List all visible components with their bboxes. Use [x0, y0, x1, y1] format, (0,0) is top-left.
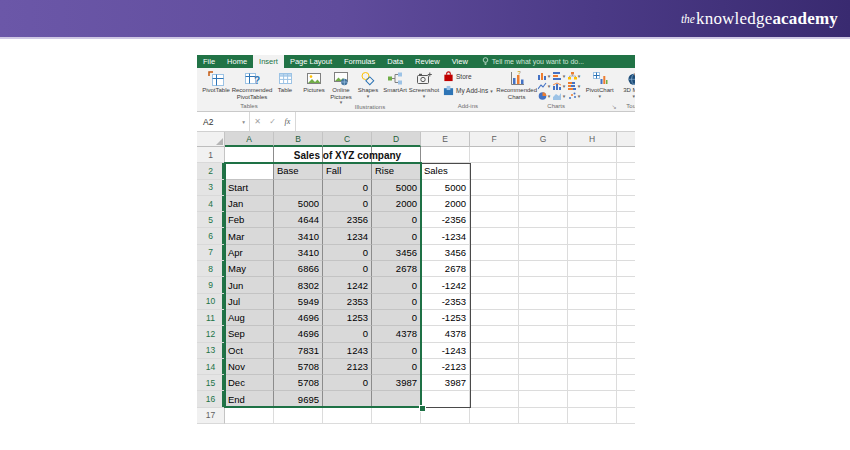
name-box[interactable]: A2 ▾	[197, 112, 250, 131]
cell-C4[interactable]: 0	[323, 196, 372, 212]
cell-D12[interactable]: 4378	[372, 326, 421, 342]
cell-B14[interactable]: 5708	[274, 359, 323, 375]
cell-H1[interactable]	[568, 147, 617, 163]
insert-function-button[interactable]: fx	[280, 117, 295, 126]
cell-D14[interactable]: 0	[372, 359, 421, 375]
column-chart-button[interactable]: ▾	[538, 71, 553, 81]
cell-B1[interactable]	[274, 147, 323, 163]
row-header-1[interactable]: 1	[197, 147, 225, 163]
cell-H11[interactable]	[568, 310, 617, 326]
cell-D13[interactable]: 0	[372, 343, 421, 359]
cell-A2[interactable]	[225, 163, 274, 179]
cell-H6[interactable]	[568, 228, 617, 244]
row-header-2[interactable]: 2	[197, 163, 225, 179]
ribbon-tab-insert[interactable]: Insert	[253, 55, 284, 68]
cell-F12[interactable]	[470, 326, 519, 342]
cell-E1[interactable]	[421, 147, 470, 163]
cell-B5[interactable]: 4644	[274, 212, 323, 228]
cell-E14[interactable]: -2123	[421, 359, 470, 375]
cell-E13[interactable]: -1243	[421, 343, 470, 359]
cell-H8[interactable]	[568, 261, 617, 277]
cell-D3[interactable]: 5000	[372, 180, 421, 196]
cell-E12[interactable]: 4378	[421, 326, 470, 342]
row-header-14[interactable]: 14	[197, 359, 225, 375]
cell-D8[interactable]: 2678	[372, 261, 421, 277]
row-header-12[interactable]: 12	[197, 326, 225, 342]
cell-B3[interactable]	[274, 180, 323, 196]
ribbon-tab-page-layout[interactable]: Page Layout	[284, 55, 338, 68]
cell-G10[interactable]	[519, 294, 568, 310]
shapes-button[interactable]: Shapes ▾	[355, 69, 381, 98]
cell-E4[interactable]: 2000	[421, 196, 470, 212]
cell-C2[interactable]: Fall	[323, 163, 372, 179]
row-header-4[interactable]: 4	[197, 196, 225, 212]
cell-D4[interactable]: 2000	[372, 196, 421, 212]
cell-H17[interactable]	[568, 408, 617, 424]
cell-G3[interactable]	[519, 180, 568, 196]
column-header-A[interactable]: A	[225, 132, 274, 147]
cell-A12[interactable]: Sep	[225, 326, 274, 342]
cell-C5[interactable]: 2356	[323, 212, 372, 228]
cell-B12[interactable]: 4696	[274, 326, 323, 342]
cell-A8[interactable]: May	[225, 261, 274, 277]
tell-me-box[interactable]: Tell me what you want to do...	[482, 55, 584, 68]
online-pictures-button[interactable]: Online Pictures ▾	[327, 69, 355, 104]
row-header-3[interactable]: 3	[197, 180, 225, 196]
cell-G2[interactable]	[519, 163, 568, 179]
cell-C14[interactable]: 2123	[323, 359, 372, 375]
cell-B6[interactable]: 3410	[274, 228, 323, 244]
column-header-G[interactable]: G	[519, 132, 568, 147]
cell-G11[interactable]	[519, 310, 568, 326]
hierarchy-chart-button[interactable]: ▾	[568, 71, 583, 81]
cell-F1[interactable]	[470, 147, 519, 163]
cell-D10[interactable]: 0	[372, 294, 421, 310]
cell-D17[interactable]	[372, 408, 421, 424]
cell-F8[interactable]	[470, 261, 519, 277]
cell-G15[interactable]	[519, 375, 568, 391]
formula-input[interactable]	[295, 112, 635, 131]
row-header-15[interactable]: 15	[197, 375, 225, 391]
cell-B13[interactable]: 7831	[274, 343, 323, 359]
cell-B9[interactable]: 8302	[274, 277, 323, 293]
cell-G1[interactable]	[519, 147, 568, 163]
cell-D15[interactable]: 3987	[372, 375, 421, 391]
cell-H7[interactable]	[568, 245, 617, 261]
cell-F17[interactable]	[470, 408, 519, 424]
cell-E9[interactable]: -1242	[421, 277, 470, 293]
combo-chart-button[interactable]: ▾	[553, 81, 568, 91]
cell-E15[interactable]: 3987	[421, 375, 470, 391]
cell-B10[interactable]: 5949	[274, 294, 323, 310]
cell-C10[interactable]: 2353	[323, 294, 372, 310]
cell-B11[interactable]: 4696	[274, 310, 323, 326]
cell-A4[interactable]: Jan	[225, 196, 274, 212]
cell-E16[interactable]	[421, 391, 470, 407]
cell-A10[interactable]: Jul	[225, 294, 274, 310]
cell-E6[interactable]: -1234	[421, 228, 470, 244]
cell-B8[interactable]: 6866	[274, 261, 323, 277]
cell-F14[interactable]	[470, 359, 519, 375]
column-header-E[interactable]: E	[421, 132, 470, 147]
scatter-chart-button[interactable]: ▾	[568, 91, 583, 101]
row-header-10[interactable]: 10	[197, 294, 225, 310]
cell-F3[interactable]	[470, 180, 519, 196]
cell-A7[interactable]: Apr	[225, 245, 274, 261]
line-chart-button[interactable]: ▾	[538, 81, 553, 91]
cell-F9[interactable]	[470, 277, 519, 293]
row-header-6[interactable]: 6	[197, 228, 225, 244]
cell-A9[interactable]: Jun	[225, 277, 274, 293]
cell-E17[interactable]	[421, 408, 470, 424]
cell-B4[interactable]: 5000	[274, 196, 323, 212]
column-header-D[interactable]: D	[372, 132, 421, 147]
cell-G13[interactable]	[519, 343, 568, 359]
ribbon-tab-data[interactable]: Data	[381, 55, 409, 68]
cell-D9[interactable]: 0	[372, 277, 421, 293]
3d-map-button[interactable]: 3D Map ▾	[620, 69, 635, 98]
cell-C3[interactable]: 0	[323, 180, 372, 196]
cell-D2[interactable]: Rise	[372, 163, 421, 179]
bar-chart-button[interactable]: ▾	[553, 71, 568, 81]
cell-A17[interactable]	[225, 408, 274, 424]
store-button[interactable]: Store	[443, 71, 493, 82]
cell-D5[interactable]: 0	[372, 212, 421, 228]
cell-C1[interactable]	[323, 147, 372, 163]
cell-F6[interactable]	[470, 228, 519, 244]
